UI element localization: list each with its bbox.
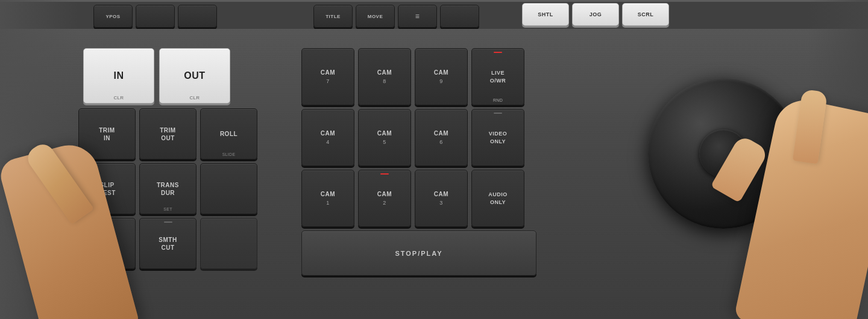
title-label: TITLE (326, 14, 341, 19)
in-out-row: IN CLR OUT CLR (78, 48, 271, 104)
cam-grid: CAM7 CAM8 CAM9 LIVEO/WR RND CAM (301, 48, 536, 227)
trim-out-key[interactable]: TRIMOUT (139, 108, 197, 160)
jog-label: JOG (590, 11, 602, 17)
audio-only-key[interactable]: AUDIOONLY (471, 170, 524, 227)
scrl-key-top[interactable]: SCRL (622, 3, 669, 26)
move-label: MOVE (368, 14, 383, 19)
trans-dur-key[interactable]: TRANSDUR SET (139, 163, 197, 214)
main-section: IN CLR OUT CLR TRIMIN TRIMOUT (0, 27, 868, 319)
cut-key[interactable] (200, 218, 257, 269)
cam3-label: CAM3 (434, 190, 448, 207)
trans-dur-sub: SET (163, 207, 172, 211)
menu-icon: ≡ (415, 12, 420, 20)
blank-edit-key[interactable] (200, 163, 257, 214)
in-sub-label: CLR (114, 95, 124, 101)
live-owr-label: LIVEO/WR (490, 69, 506, 84)
cam2-key[interactable]: CAM2 (358, 170, 411, 227)
top-keys-strip: YPOS TITLE MOVE ≡ SHTL JOG (0, 0, 868, 29)
trans-dur-label: TRANSDUR (157, 181, 179, 197)
cam1-key[interactable]: CAM1 (301, 170, 354, 227)
cam8-label: CAM8 (377, 69, 392, 85)
stop-play-key[interactable]: STOP/PLAY (301, 231, 536, 276)
smth-cut-key[interactable]: SMTHCUT (139, 218, 197, 269)
cam5-key[interactable]: CAM5 (358, 109, 411, 166)
cam1-label: CAM1 (321, 190, 335, 207)
out-key[interactable]: OUT CLR (159, 48, 230, 104)
ypos-label: YPOS (105, 14, 120, 19)
out-label: OUT (184, 70, 205, 81)
title-key[interactable]: TITLE (313, 5, 353, 28)
keyboard-body: YPOS TITLE MOVE ≡ SHTL JOG (0, 0, 868, 319)
live-owr-dash (494, 52, 502, 53)
video-only-dash (494, 113, 502, 114)
edit-grid: TRIMIN TRIMOUT ROLL SLIDE SLIPDEST TRANS… (78, 108, 271, 269)
cam7-key[interactable]: CAM7 (301, 48, 354, 105)
trim-in-key[interactable]: TRIMIN (78, 108, 136, 160)
audio-only-label: AUDIOONLY (488, 191, 508, 206)
stop-play-label: STOP/PLAY (395, 250, 442, 257)
roll-sub-label: SLIDE (222, 152, 236, 156)
slip-dest-label: SLIPDEST (98, 181, 116, 197)
jog-wheel[interactable] (648, 78, 799, 229)
dis-dash (103, 221, 112, 223)
video-only-key[interactable]: VIDEOONLY (471, 109, 524, 166)
cam2-label: CAM2 (377, 190, 392, 207)
video-only-label: VIDEOONLY (489, 130, 508, 145)
blank-key-1[interactable] (136, 5, 175, 28)
shtl-label: SHTL (538, 11, 553, 17)
cam9-label: CAM9 (434, 69, 448, 85)
in-label: IN (114, 70, 124, 81)
cam5-label: CAM5 (377, 129, 392, 146)
menu-key[interactable]: ≡ (398, 5, 437, 28)
roll-label: ROLL (220, 131, 237, 137)
right-section (621, 27, 838, 319)
shtl-key-top[interactable]: SHTL (522, 3, 569, 26)
jog-key-top[interactable]: JOG (572, 3, 619, 26)
slip-dest-key[interactable]: SLIPDEST (78, 163, 136, 214)
dis-key[interactable]: DIS (78, 218, 136, 269)
cam7-label: CAM7 (321, 69, 335, 85)
trim-in-label: TRIMIN (99, 126, 115, 142)
dis-label: DIS (101, 240, 112, 247)
live-owr-key[interactable]: LIVEO/WR RND (471, 48, 524, 105)
cam8-key[interactable]: CAM8 (358, 48, 411, 105)
live-owr-sub: RND (493, 98, 503, 102)
out-sub-label: CLR (190, 95, 200, 101)
left-section: IN CLR OUT CLR TRIMIN TRIMOUT (78, 48, 271, 269)
blank-key-2[interactable] (178, 5, 217, 28)
cam3-key[interactable]: CAM3 (415, 170, 468, 227)
ypos-key[interactable]: YPOS (93, 5, 133, 28)
in-key[interactable]: IN CLR (83, 48, 154, 104)
move-key[interactable]: MOVE (356, 5, 395, 28)
cam2-dash (380, 173, 389, 175)
cam9-key[interactable]: CAM9 (415, 48, 468, 105)
cam6-key[interactable]: CAM6 (415, 109, 468, 166)
jog-wheel-area (639, 69, 808, 238)
roll-key[interactable]: ROLL SLIDE (200, 108, 257, 160)
cam6-label: CAM6 (434, 129, 448, 146)
smth-cut-dash (164, 221, 172, 223)
trim-out-label: TRIMOUT (160, 126, 175, 142)
cam4-key[interactable]: CAM4 (301, 109, 354, 166)
cam4-label: CAM4 (321, 129, 335, 146)
smth-cut-label: SMTHCUT (159, 236, 177, 252)
blank-key-3[interactable] (440, 5, 479, 28)
center-section: CAM7 CAM8 CAM9 LIVEO/WR RND CAM (301, 48, 536, 276)
jog-wheel-center (699, 129, 747, 178)
scrl-label: SCRL (638, 11, 654, 17)
